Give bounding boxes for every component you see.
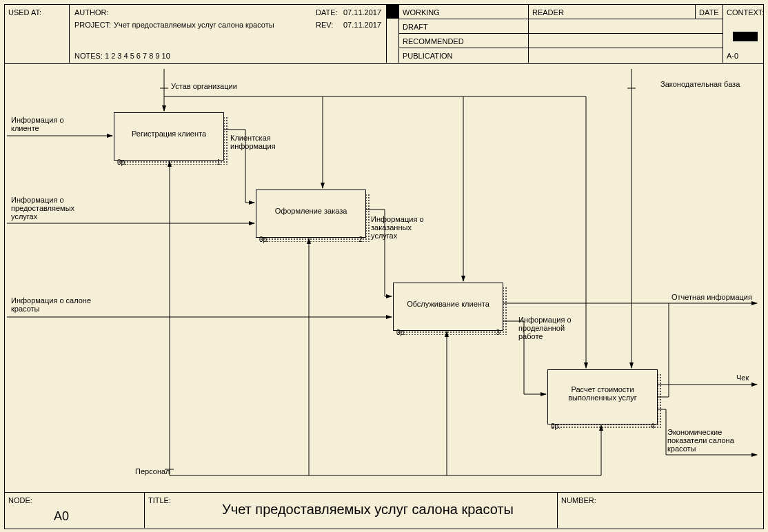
diagram-frame: USED AT: AUTHOR: PROJECT: Учет предостав… (0, 0, 768, 532)
arrows-svg (0, 0, 768, 532)
